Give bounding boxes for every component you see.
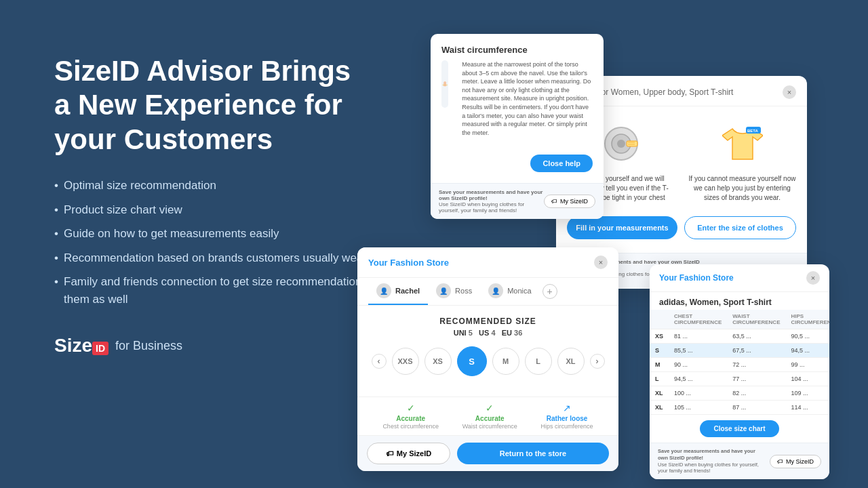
cell-waist: 67,5 ...	[727, 344, 785, 358]
hips-check-icon: ↗	[541, 403, 593, 413]
close-size-chart-button[interactable]: Close size chart	[700, 420, 778, 437]
col-waist: WAIST CIRCUMFERENCE	[727, 310, 785, 329]
tab-ross[interactable]: 👤 Ross	[428, 278, 480, 305]
logo-for-business: for Business	[115, 339, 182, 353]
waist-illustration	[441, 60, 448, 108]
hips-fit-label: Rather loose	[541, 415, 593, 422]
table-row: L 94,5 ... 77 ... 104 ...	[650, 372, 829, 386]
cell-waist: 77 ...	[727, 372, 785, 386]
bullet-5: Family and friends connection to get siz…	[54, 273, 393, 308]
chart-subtitle: adidas, Women, Sport T-shirt	[650, 292, 829, 310]
size-xl-button[interactable]: XL	[557, 348, 585, 375]
main-title: SizeID Advisor Brings a New Experience f…	[54, 54, 393, 157]
cell-chest: 105 ...	[669, 401, 727, 415]
size-s-button[interactable]: S	[457, 346, 487, 376]
tab-rachel[interactable]: 👤 Rachel	[368, 278, 428, 305]
my-sizeid-button-fashion[interactable]: 🏷 My SizeID	[367, 443, 450, 464]
bullet-1: Optimal size recommendation	[54, 177, 393, 195]
sizeid-icon-4: 🏷	[777, 458, 783, 465]
chart-store-title: Your Fashion Store	[659, 273, 734, 283]
user-tabs: 👤 Rachel 👤 Ross 👤 Monica +	[357, 278, 618, 306]
recommended-label: RECOMMENDED SIZE	[368, 317, 608, 326]
fit-hips: ↗ Rather loose Hips circumference	[541, 403, 593, 430]
modal-size-chart: Your Fashion Store × adidas, Women, Spor…	[650, 264, 829, 479]
cell-size: XS	[650, 329, 669, 344]
svg-point-7	[617, 140, 625, 148]
my-sizeid-button-waist[interactable]: 🏷 My SizeID	[544, 195, 595, 208]
modal-waist-circumference: Waist circumference Measure at the narro…	[431, 34, 604, 219]
avatar-ross: 👤	[436, 283, 451, 298]
size-next-button[interactable]: ›	[590, 354, 605, 369]
cell-waist: 63,5 ...	[727, 329, 785, 344]
add-user-button[interactable]: +	[542, 284, 557, 299]
cell-hips: 94,5 ...	[785, 344, 829, 358]
size-chart-table: CHEST CIRCUMFERENCE WAIST CIRCUMFERENCE …	[650, 310, 829, 415]
logo-area: SizeID for Business	[54, 335, 393, 357]
fashion-store-title: Your Fashion Store	[368, 258, 449, 268]
close-fashion-button[interactable]: ×	[594, 256, 608, 269]
avatar-rachel: 👤	[376, 283, 391, 298]
cell-hips: 90,5 ...	[785, 329, 829, 344]
sizeid-icon-3: 🏷	[386, 449, 393, 458]
enter-clothes-size-button[interactable]: Enter the size of clothes	[684, 216, 796, 239]
col-chest: CHEST CIRCUMFERENCE	[669, 310, 727, 329]
table-header-row: CHEST CIRCUMFERENCE WAIST CIRCUMFERENCE …	[650, 310, 829, 329]
table-row: XS 81 ... 63,5 ... 90,5 ...	[650, 329, 829, 344]
table-row: S 85,5 ... 67,5 ... 94,5 ...	[650, 344, 829, 358]
chest-fit-sub: Chest circumference	[382, 423, 439, 430]
waist-fit-label: Accurate	[462, 415, 517, 422]
size-prev-button[interactable]: ‹	[372, 354, 387, 369]
tape-icon	[597, 120, 645, 167]
bullet-4: Recommendation based on brands customers…	[54, 249, 393, 267]
cell-size: XL	[650, 401, 669, 415]
waist-footer: Close help	[431, 148, 604, 183]
table-row: M 90 ... 72 ... 99 ...	[650, 358, 829, 372]
cell-hips: 104 ...	[785, 372, 829, 386]
svg-rect-1	[443, 84, 446, 86]
col-size	[650, 310, 669, 329]
chart-footer: Save your measurements and have your own…	[650, 443, 829, 479]
cell-waist: 82 ...	[727, 386, 785, 401]
chest-fit-label: Accurate	[382, 415, 439, 422]
size-recommendation-area: RECOMMENDED SIZE UNI 5 US 4 EU 36 ‹ XXS …	[357, 306, 618, 396]
return-to-store-button[interactable]: Return to the store	[457, 443, 609, 464]
size-m-button[interactable]: M	[492, 348, 519, 375]
modal-waist-body: Waist circumference Measure at the narro…	[431, 34, 604, 148]
close-chart-button[interactable]: ×	[806, 271, 820, 285]
avatar-monica: 👤	[488, 283, 503, 298]
fashion-header: Your Fashion Store ×	[357, 247, 618, 278]
waist-save-text: Save your measurements and have your own…	[439, 189, 544, 214]
cell-size: S	[650, 344, 669, 358]
sizeid-icon: 🏷	[551, 198, 557, 205]
my-sizeid-button-chart[interactable]: 🏷 My SizeID	[770, 455, 821, 468]
size-values-row: UNI 5 US 4 EU 36	[368, 329, 608, 337]
waist-title: Waist circumference	[441, 45, 593, 55]
cell-chest: 81 ...	[669, 329, 727, 344]
waist-check-icon: ✓	[462, 403, 517, 413]
modal-fashion-store: Your Fashion Store × 👤 Rachel 👤 Ross 👤 M…	[357, 247, 618, 471]
svg-point-4	[446, 84, 447, 85]
logo-text: SizeID	[54, 335, 108, 357]
close-help-button[interactable]: Close help	[530, 155, 593, 172]
table-row: XL 105 ... 87 ... 114 ...	[650, 401, 829, 415]
size-xs-button[interactable]: XS	[425, 348, 452, 375]
fit-info-row: ✓ Accurate Chest circumference ✓ Accurat…	[357, 396, 618, 435]
size-l-button[interactable]: L	[525, 348, 552, 375]
bullet-3: Guide on how to get measurements easily	[54, 225, 393, 243]
cell-size: L	[650, 372, 669, 386]
fit-waist: ✓ Accurate Waist circumference	[462, 403, 517, 430]
close-measure-button[interactable]: ×	[783, 85, 796, 99]
measure-option-clothes-text: If you cannot measure yourself now we ca…	[688, 174, 796, 203]
cell-chest: 90 ...	[669, 358, 727, 372]
fashion-footer: 🏷 My SizeID Return to the store	[357, 435, 618, 471]
cell-hips: 109 ...	[785, 386, 829, 401]
cell-hips: 114 ...	[785, 401, 829, 415]
cell-chest: 100 ...	[669, 386, 727, 401]
waist-description: Measure at the narrowest point of the to…	[462, 60, 593, 137]
cell-waist: 87 ...	[727, 401, 785, 415]
cell-chest: 94,5 ...	[669, 372, 727, 386]
size-xxs-button[interactable]: XXS	[392, 348, 419, 375]
tab-monica[interactable]: 👤 Monica	[480, 278, 539, 305]
hips-fit-sub: Hips circumference	[541, 423, 593, 430]
fill-measurements-button[interactable]: Fill in your measurements	[567, 216, 677, 239]
